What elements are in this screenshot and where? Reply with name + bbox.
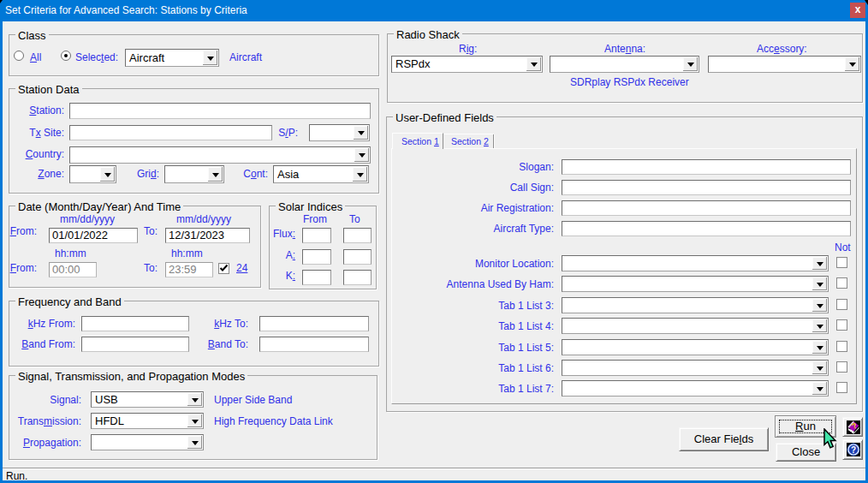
svg-text:?: ? [851, 445, 856, 455]
